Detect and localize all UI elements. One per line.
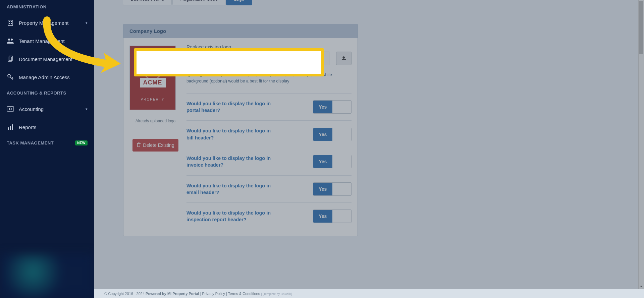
- chevron-down-icon: ▾: [86, 107, 88, 111]
- toggle-no: [332, 101, 352, 113]
- upload-button[interactable]: [336, 52, 352, 65]
- users-icon: [7, 37, 14, 45]
- sidebar-blurred-region: [0, 254, 94, 298]
- sidebar-item-reports[interactable]: Reports: [0, 118, 94, 136]
- question-invoice-header: Would you like to display the logo in in…: [186, 148, 352, 175]
- sidebar-section-task-management: TASK MANAGEMENT NEW: [0, 136, 94, 150]
- sidebar-item-accounting[interactable]: Accounting ▾: [0, 100, 94, 118]
- svg-rect-16: [308, 63, 312, 64]
- sidebar: ADMINISTRATION Property Management ▾ Ten…: [0, 0, 94, 298]
- delete-existing-button[interactable]: Delete Existing: [132, 139, 178, 152]
- toggle-no: [332, 128, 352, 141]
- svg-point-9: [8, 74, 10, 77]
- svg-point-6: [11, 39, 13, 41]
- scrollbar-thumb[interactable]: [639, 1, 643, 54]
- highlight-upload-button[interactable]: [303, 56, 318, 69]
- toggle-no: [332, 183, 352, 195]
- footer-powered: Powered by Mi Property Portal: [146, 292, 199, 296]
- svg-rect-15: [342, 59, 346, 60]
- panel-title: Company Logo: [123, 24, 358, 38]
- logo-sub-text: PROPERTY: [141, 98, 165, 101]
- toggle-portal-header[interactable]: Yes: [313, 100, 352, 114]
- svg-rect-0: [8, 20, 13, 25]
- svg-rect-10: [7, 107, 14, 111]
- svg-rect-7: [8, 57, 11, 61]
- replace-label: Replace existing logo: [186, 44, 352, 50]
- toggle-invoice-header[interactable]: Yes: [313, 155, 352, 168]
- question-text: Would you like to display the logo in in…: [186, 155, 277, 169]
- scroll-down-icon[interactable]: ▼: [638, 284, 644, 289]
- tab-business-profile[interactable]: Business Profile: [123, 0, 172, 5]
- sidebar-item-label: Reports: [19, 124, 37, 130]
- sidebar-section-accounting: ACCOUNTING & REPORTS: [0, 86, 94, 100]
- toggle-yes: Yes: [313, 101, 332, 113]
- svg-rect-13: [10, 126, 11, 130]
- toggle-inspection-header[interactable]: Yes: [313, 210, 352, 223]
- sidebar-item-label: Tenant Management: [19, 38, 65, 44]
- scrollbar[interactable]: ▲ ▼: [638, 0, 644, 289]
- svg-rect-1: [9, 21, 10, 22]
- question-text: Would you like to display the logo in in…: [186, 210, 277, 223]
- upload-icon: [308, 60, 313, 65]
- question-bill-header: Would you like to display the logo in bi…: [186, 120, 352, 148]
- sidebar-item-label: Manage Admin Access: [19, 74, 70, 80]
- key-icon: [7, 73, 14, 81]
- footer-terms-link[interactable]: Terms & Conditions: [228, 292, 260, 296]
- svg-point-11: [9, 108, 11, 110]
- toggle-email-header[interactable]: Yes: [313, 182, 352, 196]
- question-inspection-header: Would you like to display the logo in in…: [186, 202, 352, 230]
- highlight-file-input[interactable]: Choose File: [188, 56, 294, 69]
- svg-point-5: [8, 39, 10, 41]
- sidebar-item-tenant-management[interactable]: Tenant Management: [0, 32, 94, 50]
- question-text: Would you like to display the logo in em…: [186, 182, 277, 196]
- sidebar-section-label: TASK MANAGEMENT: [7, 140, 54, 145]
- footer-template: | [Template by Colorlib]: [261, 292, 291, 296]
- tab-logo[interactable]: Logo: [226, 0, 252, 5]
- svg-rect-8: [9, 56, 12, 60]
- question-text: Would you like to display the logo in po…: [186, 100, 277, 114]
- sidebar-item-label: Document Management: [19, 56, 72, 62]
- main-content: Business Profile Registration Code Logo …: [94, 0, 644, 298]
- footer-privacy-link[interactable]: Privacy Policy: [202, 292, 225, 296]
- sidebar-item-label: Accounting: [19, 106, 44, 112]
- files-icon: [7, 55, 14, 63]
- toggle-no: [332, 210, 352, 223]
- upload-icon: [341, 56, 346, 61]
- question-portal-header: Would you like to display the logo in po…: [186, 93, 352, 121]
- svg-rect-3: [9, 23, 10, 24]
- trash-icon: [137, 142, 141, 148]
- sidebar-item-manage-admin-access[interactable]: Manage Admin Access: [0, 68, 94, 86]
- building-icon: [7, 19, 14, 26]
- sidebar-section-administration: ADMINISTRATION: [0, 0, 94, 14]
- sidebar-item-document-management[interactable]: Document Management: [0, 50, 94, 68]
- toggle-no: [332, 155, 352, 168]
- svg-rect-2: [11, 21, 12, 22]
- toggle-bill-header[interactable]: Yes: [313, 128, 352, 141]
- question-text: Would you like to display the logo in bi…: [186, 127, 277, 141]
- highlight-logo-strip: [140, 52, 189, 73]
- sidebar-item-label: Property Management: [19, 20, 68, 26]
- svg-rect-14: [12, 124, 13, 130]
- new-badge: NEW: [75, 140, 88, 145]
- chevron-down-icon: ▾: [86, 21, 88, 25]
- svg-rect-12: [8, 127, 9, 130]
- footer-copyright: © Copyright 2016 - 2024: [104, 292, 145, 296]
- toggle-yes: Yes: [313, 210, 332, 223]
- delete-button-label: Delete Existing: [143, 142, 174, 148]
- logo-brand-text: ACME: [140, 78, 166, 87]
- tabs: Business Profile Registration Code Logo: [123, 0, 644, 5]
- toggle-yes: Yes: [313, 183, 332, 195]
- question-email-header: Would you like to display the logo in em…: [186, 175, 352, 203]
- sidebar-item-property-management[interactable]: Property Management ▾: [0, 14, 94, 32]
- tab-registration-code[interactable]: Registration Code: [172, 0, 225, 5]
- logo-caption: Already uploaded logo: [129, 118, 181, 124]
- highlight-region: Choose File: [137, 51, 321, 74]
- svg-rect-4: [11, 23, 12, 24]
- toggle-yes: Yes: [313, 128, 332, 141]
- toggle-yes: Yes: [313, 155, 332, 168]
- footer: © Copyright 2016 - 2024 Powered by Mi Pr…: [94, 289, 644, 298]
- bar-chart-icon: [7, 123, 14, 131]
- money-icon: [7, 105, 14, 113]
